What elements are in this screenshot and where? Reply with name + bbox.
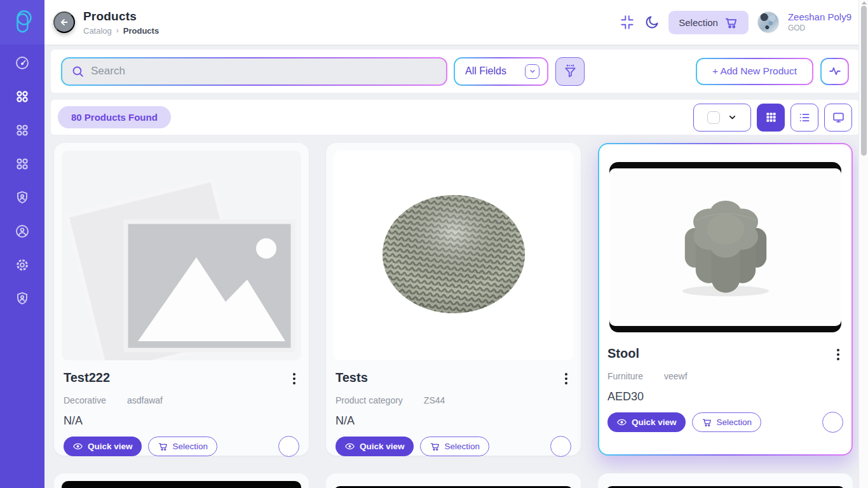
quick-view-button[interactable]: Quick view xyxy=(336,437,414,456)
product-price: AED30 xyxy=(607,390,843,403)
product-image-frame xyxy=(609,162,841,332)
product-card[interactable]: Tests Product category ZS44 N/A Quick vi… xyxy=(326,143,581,456)
card-menu-button[interactable] xyxy=(561,370,571,387)
user-role: GOD xyxy=(788,24,851,33)
cart-icon xyxy=(430,441,440,452)
breadcrumb-parent[interactable]: Catalog xyxy=(83,26,112,36)
page-scrollbar[interactable] xyxy=(858,0,868,488)
card-selection-button[interactable]: Selection xyxy=(692,412,762,432)
select-product-radio[interactable] xyxy=(822,412,843,433)
product-card-partial[interactable] xyxy=(54,473,309,488)
select-product-radio[interactable] xyxy=(550,436,571,457)
collapse-view-button[interactable] xyxy=(619,14,635,30)
card-actions: Quick view Selection xyxy=(336,436,571,457)
header-actions: Selection Zeeshan Poly9 GOD xyxy=(619,11,868,34)
search-box xyxy=(61,57,447,86)
eye-icon xyxy=(616,417,627,428)
select-all-checkbox[interactable] xyxy=(707,111,720,124)
chevron-down-icon xyxy=(728,112,737,122)
product-category: Product category xyxy=(336,395,403,405)
product-category: Decorative xyxy=(64,395,106,405)
filter-funnel-icon xyxy=(562,64,578,79)
header-selection-button[interactable]: Selection xyxy=(668,11,749,34)
grid-icon xyxy=(765,111,777,123)
quick-view-button[interactable]: Quick view xyxy=(607,412,686,432)
cart-icon xyxy=(724,15,738,30)
quick-view-label: Quick view xyxy=(360,442,405,451)
product-card-selected[interactable]: Stool Furniture veewf AED30 Quick view S… xyxy=(598,143,853,456)
card-selection-label: Selection xyxy=(445,442,480,451)
search-icon xyxy=(71,65,85,78)
eye-icon xyxy=(344,441,355,452)
product-card[interactable]: Test222 Decorative asdfawaf N/A Quick vi… xyxy=(54,143,309,456)
product-card-partial[interactable] xyxy=(326,473,581,488)
scroll-up-arrow[interactable] xyxy=(862,1,867,4)
breadcrumb-current: Products xyxy=(123,26,159,36)
selection-button-label: Selection xyxy=(679,17,718,28)
sidebar xyxy=(0,0,44,488)
knitted-pouf-image xyxy=(377,192,530,319)
grid-view-button[interactable] xyxy=(757,104,785,132)
collapse-icon xyxy=(619,14,635,30)
breadcrumb: Catalog › Products xyxy=(83,26,159,36)
filter-button[interactable] xyxy=(555,57,585,86)
title-block: Products Catalog › Products xyxy=(83,10,159,36)
quick-view-label: Quick view xyxy=(88,442,133,451)
categories-icon[interactable] xyxy=(15,89,30,104)
pulse-icon xyxy=(828,64,842,78)
back-arrow-icon xyxy=(58,17,70,28)
list-view-button[interactable] xyxy=(790,104,818,132)
eye-icon xyxy=(72,441,83,452)
activity-button[interactable] xyxy=(820,58,849,85)
chevron-down-icon xyxy=(525,64,539,79)
card-selection-button[interactable]: Selection xyxy=(148,437,218,456)
product-price: N/A xyxy=(336,414,571,428)
monitor-icon xyxy=(832,111,845,124)
page-title: Products xyxy=(83,10,159,24)
app-logo[interactable] xyxy=(0,0,44,44)
back-button[interactable] xyxy=(53,11,75,33)
account-icon[interactable] xyxy=(15,224,30,239)
groups-icon[interactable] xyxy=(15,156,30,172)
shield-user-icon[interactable] xyxy=(15,190,30,205)
search-toolbar: All Fields + Add New Product xyxy=(51,50,859,93)
card-actions: Quick view Selection xyxy=(607,412,843,433)
bulk-select-dropdown[interactable] xyxy=(693,104,751,132)
view-controls xyxy=(693,104,852,132)
product-image xyxy=(334,151,573,360)
product-card-partial[interactable] xyxy=(598,473,853,488)
dark-mode-toggle[interactable] xyxy=(644,15,660,30)
collections-icon[interactable] xyxy=(15,123,30,138)
card-selection-button[interactable]: Selection xyxy=(420,437,490,456)
product-meta: Furniture veewf xyxy=(607,371,843,381)
settings-gear-icon[interactable] xyxy=(15,257,30,273)
select-product-radio[interactable] xyxy=(278,436,299,457)
user-avatar[interactable] xyxy=(757,11,779,33)
card-selection-label: Selection xyxy=(173,442,208,451)
flower-stool-image xyxy=(659,193,792,301)
breadcrumb-separator: › xyxy=(116,26,119,35)
product-code: asdfawaf xyxy=(127,395,163,405)
card-menu-button[interactable] xyxy=(833,346,843,363)
quick-view-button[interactable]: Quick view xyxy=(64,437,142,456)
search-input[interactable] xyxy=(91,65,437,78)
monitor-view-button[interactable] xyxy=(824,104,852,132)
scrollbar-thumb[interactable] xyxy=(861,6,867,156)
top-header: Products Catalog › Products Selection Ze… xyxy=(44,0,868,44)
user-name[interactable]: Zeeshan Poly9 xyxy=(788,11,851,24)
add-new-product-label: + Add New Product xyxy=(712,65,797,77)
card-menu-button[interactable] xyxy=(289,370,299,387)
product-image xyxy=(609,168,841,326)
quick-view-label: Quick view xyxy=(632,417,677,427)
dashboard-icon[interactable] xyxy=(15,55,30,71)
card-selection-label: Selection xyxy=(717,417,752,427)
product-image-frame xyxy=(62,481,301,488)
add-new-product-button[interactable]: + Add New Product xyxy=(696,58,813,85)
fields-dropdown[interactable]: All Fields xyxy=(454,57,548,86)
cart-icon xyxy=(702,417,712,428)
fields-dropdown-value: All Fields xyxy=(465,65,506,77)
product-name: Stool xyxy=(607,346,639,361)
product-code: ZS44 xyxy=(424,395,445,405)
product-category: Furniture xyxy=(607,371,643,381)
admin-shield-icon[interactable] xyxy=(15,291,30,306)
